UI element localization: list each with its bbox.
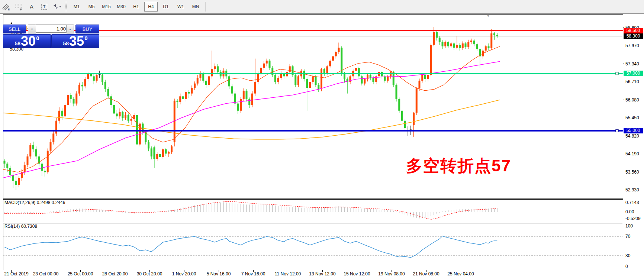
buy-price-prefix: 58	[63, 41, 69, 46]
price-axis-tick	[623, 172, 624, 172]
buy-price-main: 35	[69, 36, 84, 47]
time-axis-label: 5 Nov 16:00	[203, 271, 234, 277]
price-axis-tick	[623, 190, 624, 190]
price-badge-58.500: 58.500	[624, 28, 643, 33]
rsi-axis-label: 100	[625, 223, 633, 229]
sell-price-sup: 0	[36, 35, 39, 41]
rsi-axis-label: 30	[625, 253, 630, 258]
price-axis-label: 55.450	[625, 115, 639, 120]
price-axis-tick	[623, 46, 624, 46]
volume-input[interactable]: 1.00	[36, 25, 68, 33]
macd-axis-label: -0.5209	[625, 216, 641, 221]
price-axis-label: 57.340	[625, 61, 639, 67]
price-axis-label: 54.820	[625, 133, 639, 139]
price-axis-tick	[623, 82, 624, 82]
sell-button[interactable]: SELL	[3, 25, 26, 33]
trade-panel: SELL ▾ 1.00 ▴ BUY 58 30 0 58 35 0	[3, 23, 99, 47]
volume-decrease-button[interactable]: ▾	[28, 25, 36, 33]
price-axis-tick	[623, 118, 624, 118]
price-badge-57.000: 57.000	[624, 71, 643, 76]
volume-increase-button[interactable]: ▴	[66, 25, 74, 33]
buy-price-tile[interactable]: 58 35 0	[51, 34, 99, 48]
time-axis-label: 30 Oct 20:00	[134, 271, 165, 277]
time-axis-label: 21 Oct 2019	[1, 271, 32, 277]
chart-annotation-text[interactable]: 多空转折点57	[406, 155, 511, 177]
time-axis-label: 19 Nov 08:00	[376, 271, 407, 277]
chart-shift-marker-icon[interactable]: ▼	[486, 14, 490, 18]
time-axis-label: 15 Nov 12:00	[341, 271, 373, 277]
sell-price-main: 30	[21, 36, 36, 47]
mt4-window: E F A T M1M5M15M30H1H4D1W1MN	[0, 0, 644, 278]
time-axis-label: 23 Oct 00:00	[30, 271, 61, 277]
rsi-axis-label: 70	[625, 234, 630, 239]
time-axis-label: 13 Nov 12:00	[307, 271, 338, 277]
time-axis-label: 21 Nov 08:00	[410, 271, 442, 277]
rsi-label: RSI(14) 60.7308	[4, 224, 37, 229]
macd-axis-label: 0.7143	[625, 200, 639, 205]
time-axis-label: 7 Nov 16:00	[238, 271, 269, 277]
price-axis-tick	[623, 154, 624, 154]
time-axis-label: 28 Oct 20:00	[99, 271, 131, 277]
price-axis-label: 53.560	[625, 169, 639, 175]
sell-price-tile[interactable]: 58 30 0	[3, 34, 51, 48]
price-axis-tick	[623, 136, 624, 136]
price-axis-label: 56.710	[625, 79, 639, 84]
price-axis-label: 52.930	[625, 187, 639, 193]
macd-label: MACD(12,26,9) 0.2498 0.2446	[4, 200, 65, 205]
buy-button[interactable]: BUY	[75, 25, 99, 33]
price-axis-tick	[623, 100, 624, 100]
time-axis-label: 11 Nov 12:00	[272, 271, 303, 277]
sell-price-prefix: 58	[15, 41, 21, 46]
macd-axis-label: 0.00	[625, 209, 634, 214]
price-axis-label: 56.080	[625, 97, 639, 103]
price-badge-58.300: 58.300	[624, 33, 643, 39]
buy-price-sup: 0	[84, 35, 87, 41]
time-axis-label: 1 Nov 20:00	[168, 271, 200, 277]
rsi-axis-label: 0	[625, 264, 628, 269]
time-axis-label: 25 Nov 04:00	[445, 271, 476, 277]
price-axis-tick	[623, 64, 624, 64]
time-axis-label: 25 Oct 00:00	[65, 271, 96, 277]
price-badge-55.000: 55.000	[624, 128, 643, 133]
price-axis-label: 54.190	[625, 151, 639, 156]
price-axis-label: 57.970	[625, 43, 639, 48]
